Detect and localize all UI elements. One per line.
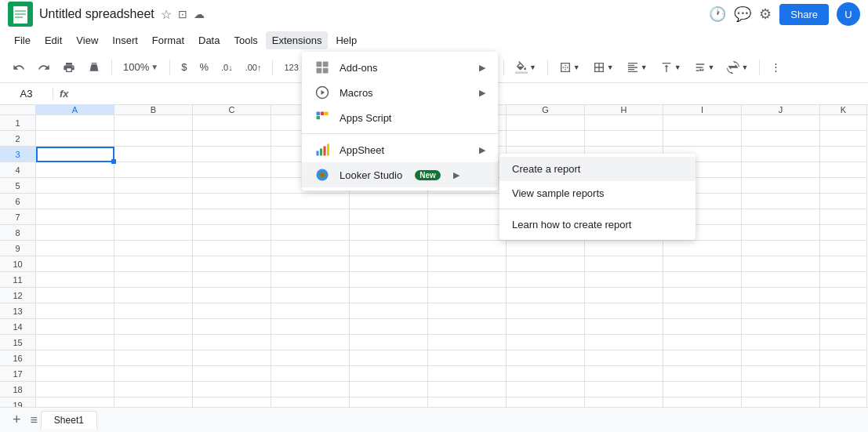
cell-f14[interactable]: [428, 319, 507, 335]
cell-b16[interactable]: [114, 350, 193, 366]
cell-c13[interactable]: [193, 303, 271, 319]
cell-e8[interactable]: [350, 225, 428, 241]
cell-f17[interactable]: [428, 366, 507, 382]
comment-icon[interactable]: 💬: [734, 5, 751, 23]
cell-g17[interactable]: [507, 366, 585, 382]
col-header-a[interactable]: A: [36, 105, 114, 114]
cell-c5[interactable]: [193, 178, 271, 194]
cell-b6[interactable]: [114, 194, 193, 209]
cell-d17[interactable]: [271, 366, 350, 382]
increase-decimal-button[interactable]: .00↑: [241, 60, 267, 75]
cell-a17[interactable]: [36, 366, 114, 382]
cell-e16[interactable]: [350, 350, 428, 366]
cell-f12[interactable]: [428, 288, 507, 303]
fill-color-button[interactable]: ▼: [510, 58, 541, 77]
sheet-tab-sheet1[interactable]: Sheet1: [41, 411, 97, 429]
menu-edit[interactable]: Edit: [38, 31, 68, 49]
col-header-b[interactable]: B: [114, 105, 193, 114]
cell-b3[interactable]: [114, 147, 193, 162]
cell-g12[interactable]: [507, 288, 585, 303]
row-number-18[interactable]: 18: [0, 382, 36, 398]
cell-a6[interactable]: [36, 194, 114, 209]
cell-j5[interactable]: [742, 178, 820, 194]
cell-c3[interactable]: [193, 147, 271, 162]
cell-i2[interactable]: [663, 131, 742, 147]
cell-c7[interactable]: [193, 209, 271, 225]
cell-j10[interactable]: [742, 256, 820, 272]
cell-h2[interactable]: [585, 131, 663, 147]
cell-c1[interactable]: [193, 115, 271, 131]
cell-e9[interactable]: [350, 241, 428, 256]
menu-help[interactable]: Help: [329, 31, 363, 49]
cell-i9[interactable]: [663, 241, 742, 256]
settings-icon[interactable]: ⚙: [759, 5, 772, 23]
cell-k2[interactable]: [820, 131, 867, 147]
cell-e19[interactable]: [350, 398, 428, 407]
cell-d16[interactable]: [271, 350, 350, 366]
cell-i16[interactable]: [663, 350, 742, 366]
decrease-decimal-button[interactable]: .0↓: [216, 60, 238, 75]
cell-a2[interactable]: [36, 131, 114, 147]
cell-b17[interactable]: [114, 366, 193, 382]
cell-c2[interactable]: [193, 131, 271, 147]
cell-e6[interactable]: [350, 194, 428, 209]
account-avatar[interactable]: U: [837, 2, 860, 26]
menu-item-appsheet[interactable]: AppSheet ▶: [302, 137, 498, 162]
cell-a8[interactable]: [36, 225, 114, 241]
cell-a9[interactable]: [36, 241, 114, 256]
cell-h13[interactable]: [585, 303, 663, 319]
cell-j7[interactable]: [742, 209, 820, 225]
row-number-1[interactable]: 1: [0, 115, 36, 131]
cell-f15[interactable]: [428, 335, 507, 350]
cell-k14[interactable]: [820, 319, 867, 335]
cell-h18[interactable]: [585, 382, 663, 398]
cell-j6[interactable]: [742, 194, 820, 209]
valign-button[interactable]: ▼: [656, 58, 686, 77]
cell-g19[interactable]: [507, 398, 585, 407]
cell-b19[interactable]: [114, 398, 193, 407]
cell-c19[interactable]: [193, 398, 271, 407]
cell-i1[interactable]: [663, 115, 742, 131]
cell-f11[interactable]: [428, 272, 507, 288]
row-number-7[interactable]: 7: [0, 209, 36, 225]
cell-g1[interactable]: [507, 115, 585, 131]
cell-c18[interactable]: [193, 382, 271, 398]
cell-a10[interactable]: [36, 256, 114, 272]
cell-g18[interactable]: [507, 382, 585, 398]
cell-j18[interactable]: [742, 382, 820, 398]
row-number-2[interactable]: 2: [0, 131, 36, 147]
cell-i17[interactable]: [663, 366, 742, 382]
cell-d10[interactable]: [271, 256, 350, 272]
cell-j12[interactable]: [742, 288, 820, 303]
cell-k7[interactable]: [820, 209, 867, 225]
cell-c4[interactable]: [193, 162, 271, 178]
cell-i15[interactable]: [663, 335, 742, 350]
col-header-h[interactable]: H: [585, 105, 663, 114]
menu-format[interactable]: Format: [146, 31, 191, 49]
cell-b2[interactable]: [114, 131, 193, 147]
cell-e10[interactable]: [350, 256, 428, 272]
cell-i10[interactable]: [663, 256, 742, 272]
menu-extensions[interactable]: Extensions: [266, 31, 329, 49]
cell-d6[interactable]: [271, 194, 350, 209]
row-number-16[interactable]: 16: [0, 350, 36, 366]
row-number-4[interactable]: 4: [0, 162, 36, 178]
cell-d12[interactable]: [271, 288, 350, 303]
add-sheet-button[interactable]: +: [6, 412, 27, 428]
row-number-12[interactable]: 12: [0, 288, 36, 303]
submenu-learn[interactable]: Learn how to create report: [499, 212, 695, 237]
cell-k4[interactable]: [820, 162, 867, 178]
cell-e17[interactable]: [350, 366, 428, 382]
cell-j8[interactable]: [742, 225, 820, 241]
cell-d15[interactable]: [271, 335, 350, 350]
cell-k19[interactable]: [820, 398, 867, 407]
row-number-19[interactable]: 19: [0, 398, 36, 407]
paint-format-button[interactable]: [83, 58, 105, 77]
cell-g16[interactable]: [507, 350, 585, 366]
more-button[interactable]: ⋮: [766, 58, 786, 76]
cell-i19[interactable]: [663, 398, 742, 407]
row-number-13[interactable]: 13: [0, 303, 36, 319]
cell-k13[interactable]: [820, 303, 867, 319]
cell-h19[interactable]: [585, 398, 663, 407]
zoom-selector[interactable]: 100% ▼: [118, 58, 163, 76]
